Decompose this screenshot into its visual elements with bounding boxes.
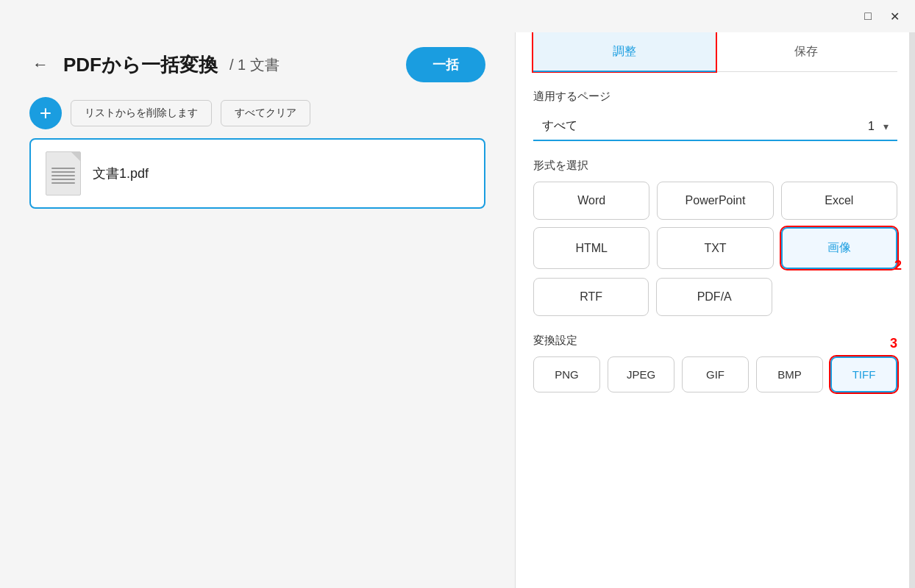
format-txt[interactable]: TXT — [657, 227, 773, 269]
app-window: □ ✕ ← PDFから一括変換 / 1 文書 一括 + リストからを削除します … — [0, 0, 915, 588]
format-image[interactable]: 画像 2 — [781, 227, 897, 269]
image-format-tiff[interactable]: TIFF — [830, 356, 897, 392]
format-section-label: 形式を選択 — [533, 159, 897, 173]
tab-save[interactable]: 保存 — [716, 32, 898, 71]
annotation-3: 3 — [890, 336, 897, 351]
minimize-button[interactable]: □ — [859, 7, 877, 25]
add-file-button[interactable]: + — [29, 97, 62, 129]
format-excel[interactable]: Excel — [781, 182, 897, 220]
back-button[interactable]: ← — [29, 52, 51, 77]
format-rtf[interactable]: RTF — [533, 278, 649, 316]
file-icon — [46, 151, 81, 196]
image-format-jpeg[interactable]: JPEG — [608, 356, 674, 392]
format-pdfa[interactable]: PDF/A — [656, 278, 772, 316]
format-powerpoint[interactable]: PowerPoint — [657, 182, 773, 220]
tabs: 調整 保存 — [533, 32, 897, 72]
right-panel-content: 調整 保存 適用するページ すべて 1 ▾ 形式を選択 Word PowerPo… — [516, 32, 915, 588]
file-name: 文書1.pdf — [93, 165, 149, 182]
title-bar: □ ✕ — [0, 0, 915, 32]
chevron-down-icon: ▾ — [883, 121, 889, 132]
format-html[interactable]: HTML — [533, 227, 649, 269]
page-selector-value: すべて — [542, 118, 862, 134]
header-row: ← PDFから一括変換 / 1 文書 一括 — [29, 47, 485, 82]
tabs-wrapper: 調整 保存 — [533, 32, 897, 72]
file-actions: + リストからを削除します すべてクリア — [29, 97, 485, 129]
doc-count: / 1 文書 — [229, 55, 280, 75]
right-panel: 調整 保存 適用するページ すべて 1 ▾ 形式を選択 Word PowerPo… — [515, 32, 915, 588]
file-icon-preview — [49, 157, 78, 190]
page-selector-num: 1 — [868, 120, 875, 133]
image-format-gif[interactable]: GIF — [682, 356, 749, 392]
conversion-section-label: 変換設定 — [533, 334, 897, 348]
tab-adjust[interactable]: 調整 — [533, 32, 716, 71]
remove-from-list-button[interactable]: リストからを削除します — [71, 100, 212, 126]
image-format-grid: 3 PNG JPEG GIF BMP TIFF — [533, 356, 897, 392]
format-grid-2: RTF PDF/A — [533, 278, 772, 316]
page-selector[interactable]: すべて 1 ▾ — [533, 112, 897, 141]
file-list-area: + リストからを削除します すべてクリア 文書1.pdf — [29, 97, 485, 209]
main-content: ← PDFから一括変換 / 1 文書 一括 + リストからを削除します すべてク… — [0, 32, 915, 588]
image-format-bmp[interactable]: BMP — [756, 356, 823, 392]
format-word[interactable]: Word — [533, 182, 649, 220]
image-format-png[interactable]: PNG — [533, 356, 600, 392]
close-button[interactable]: ✕ — [886, 7, 903, 25]
scrollbar[interactable] — [909, 32, 915, 588]
format-grid: Word PowerPoint Excel HTML TXT 画像 2 — [533, 182, 897, 269]
page-section-label: 適用するページ — [533, 90, 897, 104]
batch-button[interactable]: 一括 — [406, 47, 485, 82]
file-item[interactable]: 文書1.pdf — [29, 138, 485, 209]
annotation-2: 2 — [894, 258, 902, 273]
header-left: ← PDFから一括変換 / 1 文書 — [29, 52, 280, 78]
left-panel: ← PDFから一括変換 / 1 文書 一括 + リストからを削除します すべてク… — [0, 32, 515, 588]
clear-all-button[interactable]: すべてクリア — [221, 100, 310, 126]
page-title: PDFから一括変換 — [63, 52, 218, 78]
